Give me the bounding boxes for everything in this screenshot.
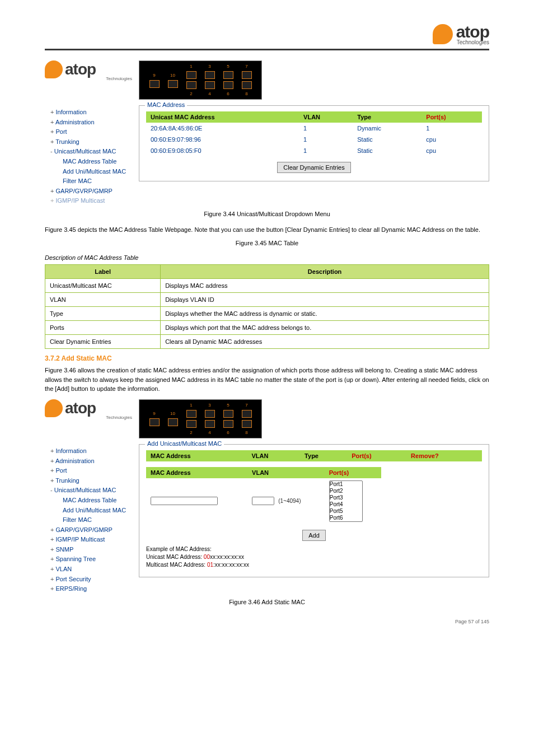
label-description-table: Label Description Unicast/Multicast MACD… [45,264,489,349]
add-mac-result-table: MAC Address VLAN Type Port(s) Remove? [146,450,482,461]
sidebar-item-garp-gvrp-gmrp[interactable]: GARP/GVRP/GMRP [50,525,134,535]
table-row: 00:60:E9:07:98:961Staticcpu [146,134,482,145]
th-vlan: VLAN [247,467,325,478]
figure-caption: Figure 3.45 MAC Table [45,240,489,246]
example-title: Example of MAC Address: [146,545,482,553]
th-vlan: VLAN [299,111,353,123]
table-row: Unicast/Multicast MACDisplays MAC addres… [45,279,489,293]
sidebar-subitem-mac-address-table[interactable]: MAC Address Table [63,157,134,167]
th-ports: Port(s) [325,467,381,478]
th-type: Type [300,450,347,461]
add-unicast-multicast-mac-panel: Add Unicast/Multicast MAC MAC Address VL… [139,444,489,577]
sidebar-item-vlan[interactable]: VLAN [50,564,134,575]
sidebar-item-port[interactable]: Port [50,127,134,137]
figure-caption: Figure 3.46 Add Static MAC [45,599,489,605]
sidebar-subitem-add-uni-multicast-mac[interactable]: Add Uni/Multicast MAC [63,506,134,516]
vlan-range-hint: (1~4094) [278,498,301,504]
sidebar-subitem-filter-mac[interactable]: Filter MAC [63,515,134,525]
th-mac-address: MAC Address [146,467,247,478]
th-description: Description [161,265,489,279]
table-row: PortsDisplays which port that the MAC ad… [45,321,489,335]
brand-name: atop [456,22,489,41]
table-row: Clear Dynamic EntriesClears all Dynamic … [45,335,489,349]
table-description-heading: Description of MAC Address Table [45,254,489,261]
switch-graphic: 9 10 12 34 56 78 [139,399,262,438]
sidebar-item-port[interactable]: Port [50,466,134,476]
page-header: atop Technologies [45,22,489,50]
section-intro: Figure 3.46 allows the creation of stati… [45,366,489,394]
sidebar-item-trunking[interactable]: Trunking [50,137,134,147]
table-row: 20:6A:8A:45:86:0E1Dynamic1 [146,123,482,134]
th-ports: Port(s) [421,111,482,123]
sidebar-item-igmp-ip-multicast[interactable]: IGMP/IP Multicast [50,196,134,206]
sidebar-item-information[interactable]: Information [50,446,134,456]
sidebar-subitem-mac-address-table[interactable]: MAC Address Table [63,496,134,506]
ports-select[interactable]: Port1 Port2 Port3 Port4 Port5 Port6 [329,480,363,522]
th-remove: Remove? [406,450,482,461]
mac-address-example: Example of MAC Address: Unicast MAC Addr… [146,545,482,569]
panel-title: MAC Address [145,101,187,108]
clear-dynamic-entries-button[interactable]: Clear Dynamic Entries [277,162,350,173]
sidebar-item-trunking[interactable]: Trunking [50,476,134,486]
sidebar-item-erps-ring[interactable]: ERPS/Ring [50,584,134,594]
brand-mark [433,24,453,44]
panel-title: Add Unicast/Multicast MAC [145,440,224,447]
sidebar-nav-2: Information Administration Port Trunking… [45,442,134,594]
th-mac-address: MAC Address [146,450,247,461]
brand-logo: atop Technologies [433,22,489,45]
sidebar-item-snmp[interactable]: SNMP [50,545,134,555]
screenshot-nav-panel: atop Technologies 9 10 12 34 56 78 [45,60,489,100]
table-row: 00:60:E9:08:05:F01Staticcpu [146,145,482,156]
sidebar-subitem-add-uni-multicast-mac[interactable]: Add Uni/Multicast MAC [63,167,134,177]
page-footer: Page 57 of 145 [45,619,489,624]
mac-address-table: Unicast MAC Address VLAN Type Port(s) 20… [146,111,482,156]
figure-intro: Figure 3.45 depicts the MAC Address Tabl… [45,225,489,235]
section-heading: 3.7.2 Add Static MAC [45,354,489,362]
sidebar-item-administration[interactable]: Administration [50,456,134,466]
sidebar-item-information[interactable]: Information [50,108,134,118]
screenshot-2: atop Technologies 9 10 12 34 56 78 [45,399,489,438]
th-type: Type [353,111,421,123]
mac-address-panel: MAC Address Unicast MAC Address VLAN Typ… [139,105,489,181]
th-label: Label [45,265,161,279]
brand-sub: Technologies [456,39,489,45]
sidebar-item-spanning-tree[interactable]: Spanning Tree [50,554,134,564]
sidebar-subitem-filter-mac[interactable]: Filter MAC [63,176,134,186]
sidebar-item-garp-gvrp-gmrp[interactable]: GARP/GVRP/GMRP [50,186,134,197]
sidebar-item-administration[interactable]: Administration [50,118,134,128]
switch-graphic: 9 10 12 34 56 78 [139,60,262,100]
add-button[interactable]: Add [302,530,326,541]
sidebar-item-unicast-multicast-mac[interactable]: Unicast/Multicast MAC [50,486,134,496]
figure-caption: Figure 3.44 Unicast/Multicast Dropdown M… [45,211,489,217]
mac-address-input[interactable] [151,497,218,505]
add-mac-input-table: MAC Address VLAN Port(s) (1~4094) Port1 [146,467,381,524]
sidebar-item-port-security[interactable]: Port Security [50,575,134,585]
table-row: VLANDisplays VLAN ID [45,293,489,307]
table-row: TypeDisplays whether the MAC address is … [45,307,489,321]
sidebar-item-unicast-multicast-mac[interactable]: Unicast/Multicast MAC [50,147,134,157]
th-unicast-mac: Unicast MAC Address [146,111,299,123]
th-vlan: VLAN [247,450,301,461]
sidebar-item-igmp-ip-multicast[interactable]: IGMP/IP Multicast [50,535,134,545]
sidebar-nav: Information Administration Port Trunking… [45,103,134,206]
vlan-input[interactable] [252,497,274,505]
th-ports: Port(s) [347,450,406,461]
footer-right: Page 57 of 145 [455,619,489,624]
